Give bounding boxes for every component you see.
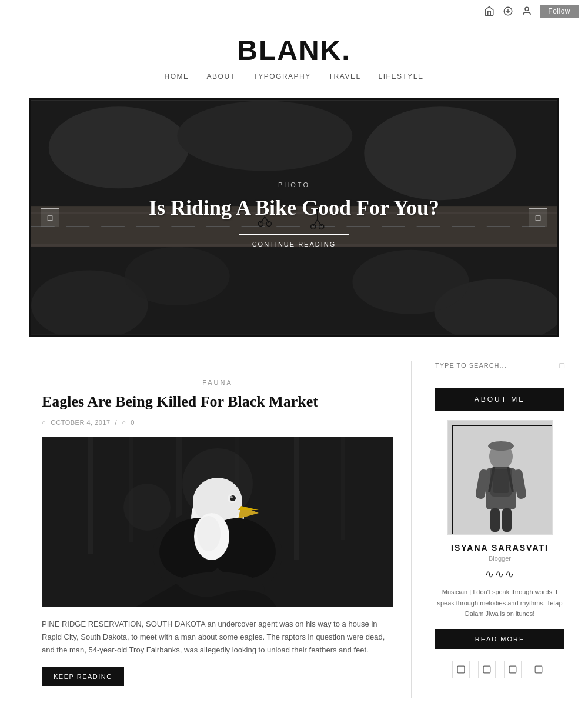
svg-rect-61 xyxy=(490,467,512,497)
article-date-icon: ○ xyxy=(42,419,46,426)
article-category: FAUNA xyxy=(42,379,393,386)
svg-rect-34 xyxy=(88,437,93,554)
svg-line-63 xyxy=(489,467,494,492)
svg-rect-55 xyxy=(448,421,553,535)
article-excerpt: PINE RIDGE RESERVATION, SOUTH DAKOTA an … xyxy=(42,618,393,657)
svg-rect-69 xyxy=(457,666,465,673)
svg-point-57 xyxy=(489,444,513,469)
svg-point-6 xyxy=(177,101,352,171)
author-name: ISYANA SARASVATI xyxy=(435,543,564,552)
article-comments-icon: ○ xyxy=(122,419,126,426)
article-date: OCTOBER 4, 2017 xyxy=(51,419,110,426)
author-role: Blogger xyxy=(435,555,564,562)
svg-rect-59 xyxy=(490,442,512,449)
svg-rect-67 xyxy=(490,508,500,532)
keep-reading-button[interactable]: KEEP READING xyxy=(42,667,124,686)
svg-rect-38 xyxy=(294,437,299,560)
article-image xyxy=(42,437,393,607)
eagle-image-svg xyxy=(42,437,393,607)
article-separator: / xyxy=(115,419,118,426)
social-twitter-icon[interactable] xyxy=(478,661,496,678)
top-bar: Follow xyxy=(0,0,588,22)
article-title: Eagles Are Being Killed For Black Market xyxy=(42,393,393,411)
nav-home[interactable]: HOME xyxy=(165,72,189,81)
social-instagram-icon[interactable] xyxy=(504,661,522,678)
main-layout: FAUNA Eagles Are Being Killed For Black … xyxy=(12,361,576,698)
svg-point-58 xyxy=(488,441,514,451)
site-nav: HOME ABOUT TYPOGRAPHY TRAVEL LIFESTYLE xyxy=(0,66,588,92)
hero-next-button[interactable]: □ xyxy=(529,208,547,227)
hero-slider-wrapper: □ PHOTO Is Riding A Bike Good For You? C… xyxy=(29,98,559,337)
plus-icon[interactable] xyxy=(502,5,514,17)
nav-about[interactable]: ABOUT xyxy=(207,72,236,81)
author-bio: Musician | I don't speak through words. … xyxy=(435,587,564,620)
hero-category: PHOTO xyxy=(149,181,439,188)
search-box: □ xyxy=(435,361,564,374)
about-me-header: ABOUT ME xyxy=(435,388,564,411)
svg-point-53 xyxy=(197,516,220,551)
svg-point-3 xyxy=(525,7,529,11)
site-header: BLANK. HOME ABOUT TYPOGRAPHY TRAVEL LIFE… xyxy=(0,22,588,98)
social-facebook-icon[interactable] xyxy=(452,661,470,678)
svg-point-49 xyxy=(230,496,233,498)
social-icons xyxy=(435,661,564,678)
hero-slider: □ PHOTO Is Riding A Bike Good For You? C… xyxy=(31,100,557,335)
svg-point-31 xyxy=(352,250,469,314)
nav-lifestyle[interactable]: LIFESTYLE xyxy=(379,72,424,81)
svg-rect-56 xyxy=(448,421,553,535)
read-more-button[interactable]: READ MORE xyxy=(435,629,564,649)
svg-line-64 xyxy=(508,467,513,492)
hero-prev-button[interactable]: □ xyxy=(41,208,59,227)
article-card: FAUNA Eagles Are Being Killed For Black … xyxy=(24,361,412,698)
author-divider: ∿∿∿ xyxy=(435,568,564,581)
content-area: FAUNA Eagles Are Being Killed For Black … xyxy=(24,361,412,698)
svg-rect-65 xyxy=(475,469,489,499)
hero-cta-button[interactable]: CONTINUE READING xyxy=(239,234,350,254)
svg-point-41 xyxy=(123,484,171,531)
sidebar: □ ABOUT ME xyxy=(435,361,564,698)
svg-rect-62 xyxy=(493,469,509,493)
author-photo xyxy=(448,421,553,535)
svg-rect-60 xyxy=(486,468,516,509)
article-comments: 0 xyxy=(131,419,135,426)
search-input[interactable] xyxy=(435,362,560,369)
about-me-image xyxy=(447,420,553,535)
svg-rect-39 xyxy=(341,437,345,540)
article-meta: ○ OCTOBER 4, 2017 / ○ 0 xyxy=(42,419,393,426)
home-icon[interactable] xyxy=(483,5,495,17)
hero-content: PHOTO Is Riding A Bike Good For You? CON… xyxy=(149,181,439,254)
svg-rect-66 xyxy=(513,469,527,499)
svg-point-5 xyxy=(49,106,189,188)
user-icon[interactable] xyxy=(521,5,533,17)
svg-rect-71 xyxy=(509,666,516,673)
svg-rect-70 xyxy=(483,666,490,673)
svg-point-30 xyxy=(125,247,230,305)
site-title: BLANK. xyxy=(0,34,588,66)
search-button[interactable]: □ xyxy=(560,361,564,370)
follow-button[interactable]: Follow xyxy=(540,5,579,18)
nav-typography[interactable]: TYPOGRAPHY xyxy=(253,72,310,81)
svg-rect-72 xyxy=(535,666,542,673)
social-pinterest-icon[interactable] xyxy=(530,661,547,678)
svg-rect-68 xyxy=(502,508,512,532)
hero-title: Is Riding A Bike Good For You? xyxy=(149,195,439,220)
svg-point-48 xyxy=(230,495,236,501)
nav-travel[interactable]: TRAVEL xyxy=(329,72,361,81)
